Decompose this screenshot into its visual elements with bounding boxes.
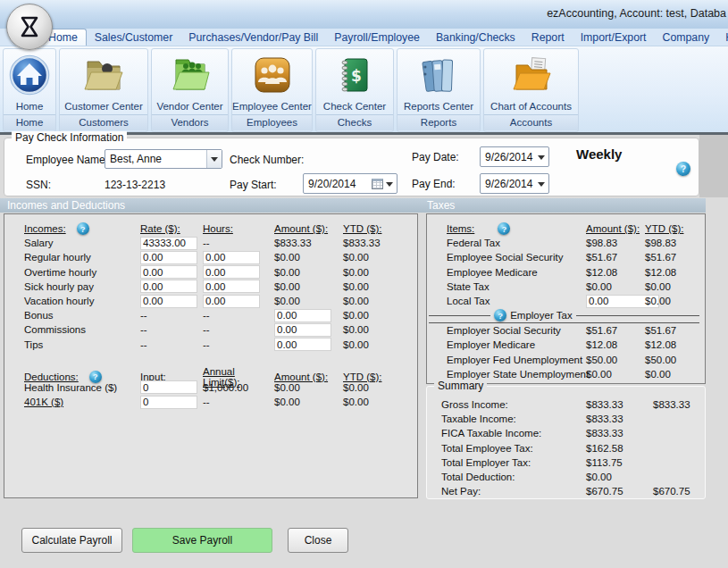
- toolbar-check-center-button[interactable]: $ Check Center Checks: [315, 48, 394, 132]
- summary-row: FICA Taxable Income:$833.33: [427, 426, 705, 440]
- table-row: Vacation hourly$0.00$0.00: [4, 294, 417, 308]
- menu-tab-sales-customer[interactable]: Sales/Customer: [87, 29, 180, 46]
- value-input[interactable]: [274, 323, 331, 337]
- table-row: State Tax$0.00$0.00: [427, 280, 705, 294]
- app-menu-button[interactable]: [6, 4, 53, 50]
- value-input[interactable]: [140, 396, 197, 409]
- row-label: Bonus: [24, 310, 140, 321]
- value-text: $0.00: [343, 397, 417, 407]
- value-input[interactable]: [203, 295, 260, 308]
- pay-date-select[interactable]: 9/26/2014: [480, 146, 549, 167]
- column-header: YTD ($):: [645, 223, 705, 234]
- pay-end-select[interactable]: 9/26/2014: [480, 173, 549, 194]
- toolbar-group-label: Accounts: [484, 114, 578, 130]
- toolbar-reports-center-button[interactable]: Reports Center Reports: [397, 48, 481, 132]
- pay-end-label: Pay End:: [412, 178, 456, 190]
- table-row: Commissions----$0.00: [4, 322, 417, 337]
- value-text: $51.67: [586, 252, 645, 263]
- help-icon[interactable]: ?: [498, 222, 510, 235]
- toolbar-button-label: Chart of Accounts: [484, 100, 578, 114]
- pay-start-value: 9/20/2014: [304, 178, 372, 190]
- taxes-section-header: Taxes: [427, 198, 455, 213]
- toolbar-vendor-center-button[interactable]: Vendor Center Vendors: [151, 48, 229, 132]
- help-icon[interactable]: ?: [77, 222, 89, 235]
- summary-value: $162.58: [586, 443, 653, 454]
- ssn-value: 123-13-2213: [105, 179, 165, 191]
- toolbar-customer-center-button[interactable]: Customer Center Customers: [59, 48, 148, 132]
- value-text: $0.00: [343, 267, 417, 278]
- value-input[interactable]: [274, 338, 331, 351]
- summary-value: $113.75: [586, 457, 653, 468]
- employee-taxes-table: Federal Tax$98.83$98.83Employee Social S…: [427, 236, 705, 308]
- right-gutter: [699, 135, 728, 197]
- deductions-title: Deductions:: [24, 372, 79, 382]
- table-row: Salary--$833.33$833.33: [4, 236, 417, 250]
- value-input[interactable]: [140, 295, 197, 308]
- save-payroll-button[interactable]: Save Payroll: [132, 528, 272, 553]
- value-input[interactable]: [140, 265, 197, 279]
- toolbar-employee-center-button[interactable]: Employee Center Employees: [231, 48, 313, 132]
- pay-start-datepicker[interactable]: 9/20/2014: [303, 173, 397, 194]
- row-label[interactable]: 401K ($): [24, 397, 140, 407]
- chevron-down-icon[interactable]: [386, 182, 393, 190]
- pay-date-value: 9/26/2014: [481, 151, 538, 163]
- help-icon[interactable]: ?: [89, 371, 102, 383]
- value-text: $0.00: [343, 281, 417, 292]
- value-input[interactable]: [140, 237, 197, 250]
- window-title: ezAccounting, Account: test, Databa: [547, 7, 726, 20]
- menu-tab-banking-checks[interactable]: Banking/Checks: [428, 29, 523, 46]
- help-icon[interactable]: ?: [494, 309, 506, 322]
- summary-value: $833.33: [586, 399, 653, 410]
- toolbar-home-button[interactable]: Home Home: [3, 48, 56, 132]
- section-header-bar: Incomes and Deductions Taxes: [0, 198, 706, 213]
- table-row: Employee Social Security$51.67$51.67: [427, 250, 705, 264]
- main-content: Pay Check Information Employee Name: Bes…: [0, 135, 728, 568]
- table-row: Local Tax$0.00: [427, 294, 705, 308]
- chevron-down-icon[interactable]: [538, 182, 545, 190]
- row-label: Regular hourly: [24, 252, 140, 263]
- value-input[interactable]: [274, 309, 331, 322]
- summary-label: Gross Income:: [441, 399, 586, 410]
- deductions-table: Health Insurance ($)$1,000.00$0.00$0.004…: [4, 380, 417, 409]
- employee-name-select[interactable]: Best, Anne: [105, 149, 222, 169]
- menu-tab-import-export[interactable]: Import/Export: [573, 29, 655, 46]
- calendar-icon[interactable]: [372, 179, 383, 189]
- pay-frequency-label: Weekly: [576, 146, 622, 162]
- menu-tab-report[interactable]: Report: [523, 29, 573, 46]
- row-label: Employer Social Security: [447, 325, 586, 336]
- value-text: --: [203, 238, 274, 248]
- menu-tab-company[interactable]: Company: [655, 29, 718, 46]
- value-input[interactable]: [140, 380, 197, 394]
- column-header: Rate ($):: [140, 223, 203, 234]
- calculate-payroll-button[interactable]: Calculate Payroll: [21, 528, 122, 553]
- value-input[interactable]: [203, 280, 260, 293]
- ribbon-toolbar: Home Home Customer Center Customers: [0, 46, 728, 132]
- value-text: $0.00: [274, 296, 343, 306]
- pay-end-value: 9/26/2014: [481, 178, 538, 190]
- value-text: $98.83: [645, 238, 705, 248]
- table-row: Employer Social Security$51.67$51.67: [427, 323, 705, 338]
- value-text: --: [140, 310, 203, 321]
- menu-tab-purchases[interactable]: Purchases/Vendor/Pay Bill: [180, 29, 326, 46]
- value-input[interactable]: [203, 265, 260, 279]
- table-row: Employer Medicare$12.08$12.08: [427, 338, 705, 352]
- table-row: Health Insurance ($)$1,000.00$0.00$0.00: [4, 380, 417, 395]
- toolbar-chart-of-accounts-button[interactable]: Chart of Accounts Accounts: [483, 48, 579, 132]
- chevron-down-icon[interactable]: [538, 155, 545, 163]
- close-button[interactable]: Close: [288, 528, 348, 553]
- row-label: Employee Social Security: [447, 252, 586, 263]
- chevron-down-icon[interactable]: [206, 150, 222, 168]
- menu-tab-help[interactable]: Help: [717, 29, 728, 46]
- value-text: $1,000.00: [203, 382, 274, 393]
- menu-tab-payroll-employee[interactable]: Payroll/Employee: [326, 29, 428, 46]
- value-text: $0.00: [586, 281, 645, 292]
- toolbar-group-label: Customers: [60, 114, 147, 130]
- value-input[interactable]: [140, 251, 197, 264]
- table-row: Federal Tax$98.83$98.83: [427, 236, 705, 250]
- value-input[interactable]: [140, 280, 197, 293]
- value-text: $0.00: [645, 296, 705, 306]
- value-input[interactable]: [203, 251, 260, 264]
- help-icon[interactable]: ?: [676, 162, 690, 176]
- row-label: Salary: [24, 238, 140, 248]
- incomes-header-row: Incomes: ? Rate ($): Hours: Amount ($): …: [4, 221, 417, 236]
